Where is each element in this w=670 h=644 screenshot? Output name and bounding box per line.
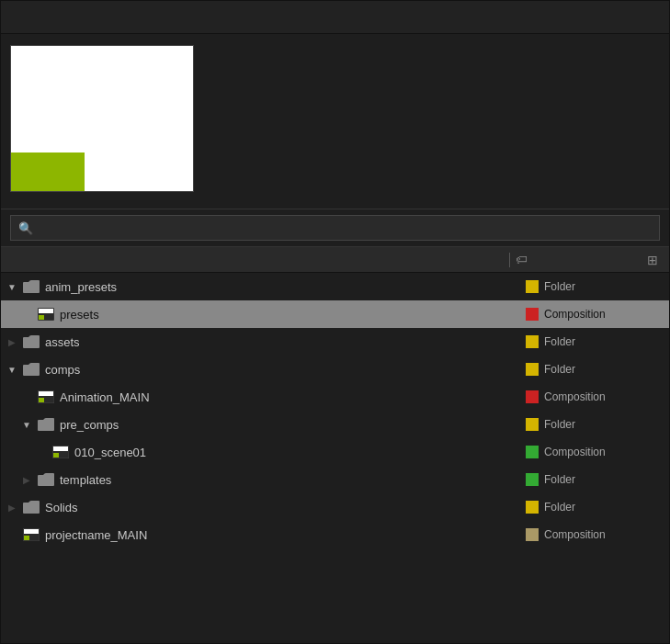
- item-label: 010_scene01: [71, 446, 526, 459]
- color-swatch: [526, 473, 539, 486]
- type-label: Composition: [544, 528, 636, 541]
- svg-rect-8: [53, 453, 59, 458]
- composition-icon: [51, 445, 71, 459]
- folder-icon: [21, 362, 41, 377]
- col-network-area: ⊞: [636, 253, 669, 267]
- expand-placeholder[interactable]: ▶: [5, 500, 19, 514]
- svg-rect-7: [53, 446, 68, 451]
- type-label: Folder: [544, 473, 636, 486]
- type-label: Composition: [544, 308, 636, 321]
- tree-row[interactable]: ▼ anim_presetsFolder: [1, 273, 669, 300]
- svg-rect-4: [39, 391, 53, 396]
- preview-area: [1, 34, 669, 209]
- file-tree: ▼ anim_presetsFolder presetsComposition▶…: [1, 273, 669, 643]
- tree-row[interactable]: ▶ assetsFolder: [1, 328, 669, 356]
- project-header: [1, 1, 669, 34]
- type-label: Composition: [544, 446, 636, 458]
- folder-icon: [36, 472, 56, 487]
- color-swatch: [526, 390, 539, 403]
- column-headers: 🏷 ⊞: [1, 247, 669, 273]
- svg-rect-11: [24, 536, 29, 540]
- color-swatch: [526, 418, 539, 431]
- search-input-wrap[interactable]: 🔍: [10, 215, 660, 241]
- expand-placeholder[interactable]: ▶: [5, 334, 19, 349]
- type-label: Composition: [544, 390, 636, 403]
- expand-button[interactable]: ▼: [19, 417, 34, 432]
- color-swatch: [526, 501, 539, 514]
- type-label: Folder: [544, 501, 636, 514]
- tree-row[interactable]: ▼ pre_compsFolder: [1, 411, 669, 438]
- color-swatch: [526, 308, 539, 321]
- folder-icon: [21, 500, 41, 514]
- item-label: Animation_MAIN: [56, 390, 526, 404]
- item-label: anim_presets: [41, 280, 526, 294]
- expand-placeholder[interactable]: [34, 445, 49, 459]
- composition-icon: [36, 307, 56, 322]
- svg-rect-2: [39, 315, 44, 320]
- thumbnail: [10, 45, 194, 192]
- item-label: templates: [56, 473, 526, 487]
- item-label: pre_comps: [56, 418, 526, 432]
- composition-icon: [21, 527, 41, 542]
- tree-row[interactable]: 010_scene01Composition: [1, 438, 669, 466]
- network-icon: ⊞: [647, 253, 658, 267]
- type-label: Folder: [544, 363, 636, 376]
- expand-placeholder[interactable]: [19, 390, 34, 404]
- expand-button[interactable]: ▼: [5, 279, 19, 294]
- item-label: Solids: [41, 501, 526, 514]
- color-swatch: [526, 363, 539, 376]
- tree-row[interactable]: presetsComposition: [1, 300, 669, 328]
- item-label: presets: [56, 308, 526, 322]
- thumbnail-green-rect: [11, 153, 85, 191]
- preview-info: [209, 45, 214, 52]
- tree-row[interactable]: ▶ SolidsFolder: [1, 493, 669, 521]
- color-swatch: [526, 446, 539, 458]
- type-label: Folder: [544, 335, 636, 348]
- search-icon: 🔍: [18, 221, 33, 235]
- expand-button[interactable]: ▼: [5, 362, 19, 377]
- svg-rect-1: [39, 309, 53, 313]
- color-swatch: [526, 280, 539, 293]
- folder-icon: [36, 417, 56, 432]
- color-swatch: [526, 335, 539, 348]
- svg-rect-5: [39, 398, 44, 402]
- color-swatch: [526, 528, 539, 541]
- tree-row[interactable]: ▶ templatesFolder: [1, 466, 669, 493]
- tag-icon: 🏷: [516, 253, 528, 266]
- type-label: Folder: [544, 418, 636, 431]
- tree-row[interactable]: projectname_MAINComposition: [1, 521, 669, 548]
- folder-icon: [21, 279, 41, 294]
- type-label: Folder: [544, 280, 636, 293]
- svg-rect-10: [24, 529, 39, 534]
- search-bar: 🔍: [1, 209, 669, 247]
- expand-placeholder[interactable]: [5, 527, 19, 542]
- composition-icon: [36, 390, 56, 404]
- expand-placeholder[interactable]: [19, 307, 34, 322]
- tree-row[interactable]: ▼ compsFolder: [1, 356, 669, 383]
- item-label: comps: [41, 363, 526, 377]
- expand-placeholder[interactable]: ▶: [19, 472, 34, 487]
- search-input[interactable]: [37, 221, 652, 234]
- tree-row[interactable]: Animation_MAINComposition: [1, 383, 669, 411]
- col-divider: [509, 253, 510, 267]
- folder-icon: [21, 334, 41, 349]
- item-label: assets: [41, 335, 526, 349]
- item-label: projectname_MAIN: [41, 528, 526, 542]
